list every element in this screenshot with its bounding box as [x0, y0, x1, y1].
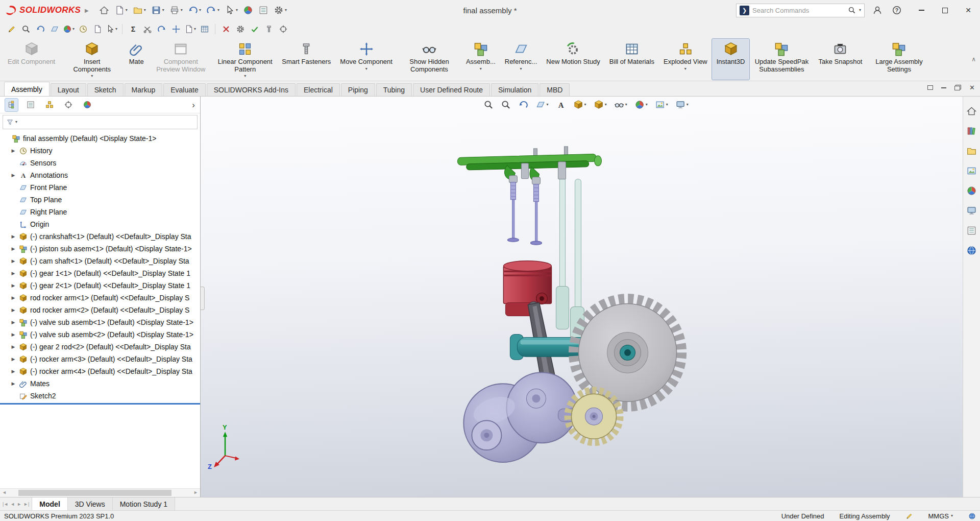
scroll-left-icon[interactable]: ◄ [2, 490, 7, 495]
tree-item-sketch2[interactable]: ▶Sketch2 [0, 390, 200, 402]
home-button[interactable] [97, 3, 111, 17]
appearances-icon[interactable] [966, 185, 977, 196]
graphics-viewport[interactable]: ▾ ▾ ▾ ▾ ▾ ▾ ▾ [201, 97, 963, 497]
take-snapshot-button[interactable]: Take Snapshot [814, 39, 867, 80]
custom-properties-icon[interactable] [966, 225, 977, 236]
rocker-shaft-model[interactable] [457, 147, 601, 184]
show-hidden-components-button[interactable]: Show Hidden Components [397, 39, 461, 80]
tree-item-sensors[interactable]: ▶Sensors [0, 157, 200, 169]
open-document-button[interactable]: ▾ [131, 3, 148, 17]
small-gear-model[interactable] [568, 390, 620, 442]
tree-item-annotations[interactable]: ▶Annotations [0, 169, 200, 181]
tree-item-origin[interactable]: ▶Origin [0, 218, 200, 230]
tree-item-cam-shaft[interactable]: ▶(-) cam shaft<1> (Default) <<Default>_D… [0, 255, 200, 267]
bill-of-materials-button[interactable]: Bill of Materials [605, 39, 659, 80]
view-settings-button[interactable]: ▾ [674, 99, 690, 111]
logo-expand-icon[interactable]: ▶ [85, 8, 89, 13]
tab-model[interactable]: Model [32, 498, 67, 510]
user-account-button[interactable] [871, 4, 884, 17]
chevron-down-icon[interactable]: ▾ [584, 103, 586, 107]
reference-geometry-button[interactable]: Referenc...▾ [500, 39, 542, 80]
tab-user-defined-route[interactable]: User Defined Route [413, 83, 490, 96]
tab-solidworks-add-ins[interactable]: SOLIDWORKS Add-Ins [207, 83, 296, 96]
last-tab-icon[interactable]: ►| [23, 502, 29, 507]
tab-featuremanager-tree[interactable] [5, 99, 18, 111]
delete-button[interactable] [219, 22, 232, 36]
tree-item-crankshaft[interactable]: ▶(-) crankshaft<1> (Default) <<Default>_… [0, 230, 200, 243]
previous-tab-icon[interactable]: ◄ [10, 502, 15, 507]
tab-evaluate[interactable]: Evaluate [163, 83, 205, 96]
measure-button[interactable] [277, 22, 289, 36]
scroll-right-icon[interactable]: ► [193, 490, 198, 495]
file-explorer-icon[interactable] [966, 146, 977, 156]
tree-item-top-plane[interactable]: ▶Top Plane [0, 194, 200, 206]
expand-arrow-icon[interactable]: ▶ [10, 320, 16, 325]
apply-scene-button[interactable]: ▾ [653, 99, 670, 111]
expand-arrow-icon[interactable]: ▶ [10, 381, 16, 386]
expand-arrow-icon[interactable]: ▶ [10, 246, 16, 251]
tree-item-rod-rocker-arm-2[interactable]: ▶rod rocker arm<2> (Default) <<Default>_… [0, 304, 200, 316]
tree-item-mates[interactable]: ▶Mates [0, 377, 200, 390]
expand-arrow-icon[interactable]: ▶ [10, 271, 16, 276]
rotate-view-button[interactable] [34, 22, 46, 36]
tree-item-gear-2-rod[interactable]: ▶(-) gear 2 rod<2> (Default) <<Default>_… [0, 341, 200, 353]
update-speedpak-button[interactable]: Update SpeedPak Subassemblies [749, 39, 814, 80]
help-button[interactable] [890, 4, 903, 17]
print-button[interactable]: ▾ [167, 3, 185, 17]
chevron-down-icon[interactable]: ▾ [687, 103, 689, 107]
search-icon[interactable] [848, 6, 856, 14]
close-button[interactable]: ✕ [957, 0, 980, 20]
panel-splitter-handle[interactable] [201, 287, 205, 310]
linear-component-pattern-button[interactable]: Linear Component Pattern▾ [213, 39, 277, 80]
edit-appearance-button[interactable]: ▾ [633, 99, 649, 111]
view-palette-icon[interactable] [966, 165, 977, 176]
ribbon-collapse-icon[interactable]: ∧ [971, 56, 976, 63]
select-button[interactable]: ▾ [223, 3, 240, 17]
expand-arrow-icon[interactable]: ▶ [10, 283, 16, 288]
align-button[interactable] [169, 22, 182, 36]
equations-button[interactable] [127, 22, 139, 36]
chevron-down-icon[interactable]: ▾ [646, 103, 648, 107]
zoom-button[interactable] [19, 22, 32, 36]
tree-item-valve-sub-asemb-2[interactable]: ▶(-) valve sub asemb<2> (Default) <Displ… [0, 328, 200, 341]
hide-show-items-button[interactable]: ▾ [612, 99, 629, 111]
chevron-down-icon[interactable]: ▾ [666, 103, 668, 107]
assembly-features-button[interactable]: Assemb...▾ [461, 39, 500, 80]
tree-item-rocker-arm-3[interactable]: ▶(-) rocker arm<3> (Default) <<Default>_… [0, 353, 200, 365]
next-tab-icon[interactable]: ► [17, 502, 21, 507]
tree-root[interactable]: ▶final assembly (Default) <Display State… [0, 132, 200, 145]
tab-layout[interactable]: Layout [51, 83, 86, 96]
tab-assembly[interactable]: Assembly [4, 82, 50, 96]
exploded-view-button[interactable]: Exploded View▾ [659, 39, 712, 80]
expand-arrow-icon[interactable]: ▶ [10, 173, 16, 178]
search-input[interactable] [752, 7, 845, 14]
piston-model[interactable] [503, 261, 551, 316]
design-library-icon[interactable] [966, 126, 977, 136]
tab-3d-views[interactable]: 3D Views [68, 498, 113, 510]
instant3d-button[interactable]: Instant3D [712, 39, 750, 80]
settings-button[interactable] [234, 22, 247, 36]
chevron-down-icon[interactable]: ▾ [15, 120, 17, 124]
redo-button[interactable]: ▾ [204, 3, 222, 17]
mirror-button[interactable] [155, 22, 168, 36]
push-rods-model[interactable] [556, 171, 584, 356]
expand-arrow-icon[interactable]: ▶ [10, 344, 16, 349]
expand-arrow-icon[interactable]: ▶ [10, 148, 16, 153]
expand-arrow-icon[interactable]: ▶ [10, 307, 16, 313]
chevron-down-icon[interactable]: ▾ [605, 103, 607, 107]
tree-item-piston-sub-asem[interactable]: ▶(-) piston sub asem<1> (Default) <Displ… [0, 243, 200, 255]
globe-icon[interactable] [968, 512, 976, 520]
design-table-button[interactable] [198, 22, 211, 36]
tree-item-right-plane[interactable]: ▶Right Plane [0, 206, 200, 218]
rollback-bar[interactable] [0, 403, 200, 405]
expand-arrow-icon[interactable]: ▶ [10, 295, 16, 300]
history-button[interactable] [77, 22, 89, 36]
unit-system-selector[interactable]: MMGS ▾ [928, 512, 953, 520]
home-icon[interactable] [966, 106, 977, 116]
new-motion-study-button[interactable]: New Motion Study [542, 39, 605, 80]
tree-item-front-plane[interactable]: ▶Front Plane [0, 181, 200, 194]
smart-fasteners-button[interactable]: Smart Fasteners [277, 39, 335, 80]
3dexperience-icon[interactable] [966, 245, 977, 256]
rebuild-button[interactable] [241, 3, 255, 17]
view-orientation-button[interactable]: ▾ [572, 99, 588, 111]
